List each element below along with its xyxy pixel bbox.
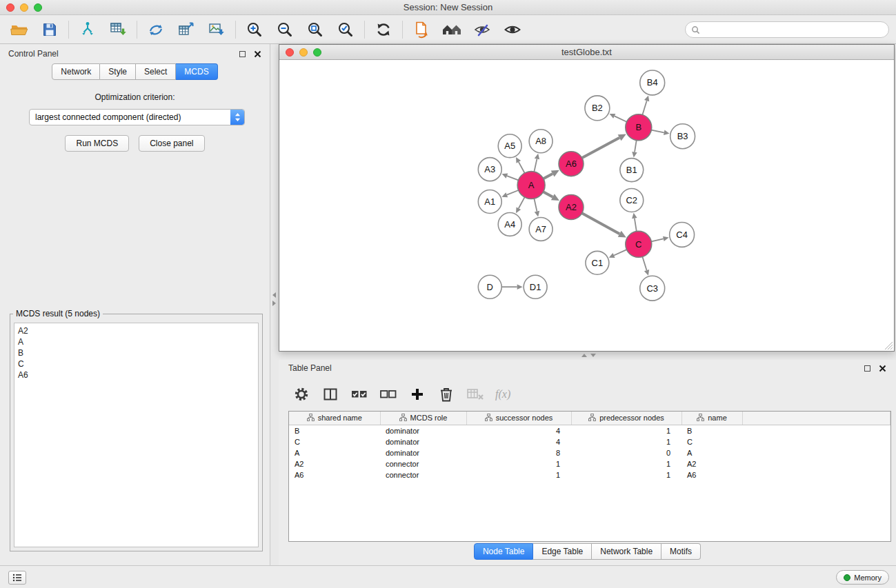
criterion-dropdown[interactable]: largest connected component (directed) bbox=[29, 109, 245, 125]
graph-edge-B-B2[interactable] bbox=[615, 116, 627, 121]
network-canvas[interactable]: B4B2BB3A8A5A6A3B1AC2A1A2A4A7C4CC1DD1C3 bbox=[279, 61, 894, 351]
checked-boxes-icon bbox=[350, 387, 368, 402]
graph-node-label: B4 bbox=[647, 77, 658, 88]
open-document-button[interactable] bbox=[406, 17, 437, 42]
close-window-button[interactable] bbox=[6, 3, 14, 12]
column-header-name[interactable]: name bbox=[681, 412, 742, 425]
column-header-successor-nodes[interactable]: successor nodes bbox=[466, 412, 571, 425]
graph-edge-A-A6[interactable] bbox=[544, 174, 552, 179]
graph-edge-A-A7[interactable] bbox=[534, 199, 537, 212]
table-settings-button[interactable] bbox=[290, 383, 313, 406]
function-builder-button[interactable]: f(x) bbox=[495, 388, 510, 401]
zoom-window-button[interactable] bbox=[34, 3, 42, 12]
network-window-titlebar[interactable]: testGlobe.txt bbox=[279, 45, 894, 60]
add-row-button[interactable] bbox=[406, 383, 429, 406]
graph-edge-B-B3[interactable] bbox=[651, 130, 664, 133]
tab-network[interactable]: Network bbox=[52, 63, 100, 80]
table-row[interactable]: A6connector11A6 bbox=[289, 469, 890, 480]
toolbar-separator bbox=[364, 21, 365, 39]
zoom-in-button[interactable] bbox=[239, 17, 270, 42]
zoom-selected-button[interactable] bbox=[330, 17, 361, 42]
status-bar: Memory bbox=[0, 565, 896, 588]
graph-edge-A-A1[interactable] bbox=[507, 190, 519, 195]
graph-edge-B-B4[interactable] bbox=[642, 101, 646, 115]
float-panel-icon[interactable] bbox=[239, 51, 246, 57]
zoom-fit-button[interactable] bbox=[300, 17, 330, 42]
mcds-result-item[interactable]: C bbox=[18, 358, 255, 369]
network-minimize-button[interactable] bbox=[299, 48, 308, 57]
tab-select[interactable]: Select bbox=[136, 63, 176, 80]
graph-edge-A-A5[interactable] bbox=[519, 162, 525, 173]
graph-edge-B-B1[interactable] bbox=[635, 140, 637, 152]
deselect-all-button[interactable] bbox=[377, 383, 400, 406]
column-tree-icon bbox=[588, 414, 596, 423]
graph-edge-A-A8[interactable] bbox=[534, 159, 537, 172]
export-image-button[interactable] bbox=[201, 17, 232, 42]
horizontal-splitter-handle[interactable] bbox=[581, 354, 596, 357]
memory-button[interactable]: Memory bbox=[836, 570, 889, 585]
criterion-selected-value: largest connected component (directed) bbox=[30, 112, 230, 122]
zoom-fit-icon bbox=[306, 21, 324, 39]
graph-edge-A6-B[interactable] bbox=[582, 138, 619, 158]
zoom-out-button[interactable] bbox=[270, 17, 300, 42]
graph-edge-A-A3[interactable] bbox=[507, 176, 519, 180]
mcds-result-item[interactable]: A bbox=[18, 336, 255, 347]
import-network-button[interactable] bbox=[72, 17, 103, 42]
select-all-button[interactable] bbox=[348, 383, 371, 406]
validate-view-button[interactable] bbox=[467, 17, 497, 42]
graph-edge-arrowhead bbox=[535, 154, 539, 160]
table-row[interactable]: A2connector11A2 bbox=[289, 458, 890, 469]
graph-edge-A2-C[interactable] bbox=[582, 213, 620, 234]
close-panel-icon[interactable] bbox=[254, 50, 261, 58]
home-view-button[interactable] bbox=[437, 17, 467, 42]
graph-edge-C-C3[interactable] bbox=[642, 256, 646, 270]
table-row[interactable]: Cdominator41C bbox=[289, 436, 890, 447]
mcds-result-item[interactable]: A6 bbox=[18, 369, 255, 381]
export-network-button[interactable] bbox=[141, 17, 171, 42]
open-session-button[interactable] bbox=[4, 17, 34, 42]
resize-grip-icon[interactable] bbox=[884, 341, 893, 350]
graph-edge-A-A4[interactable] bbox=[519, 197, 525, 208]
run-mcds-button[interactable]: Run MCDS bbox=[65, 135, 129, 152]
mcds-result-list[interactable]: A2ABCA6 bbox=[14, 323, 259, 547]
export-network-icon bbox=[147, 21, 165, 39]
tab-edge-table[interactable]: Edge Table bbox=[533, 543, 592, 560]
column-header-shared-name[interactable]: shared name bbox=[289, 412, 380, 425]
graph-edge-arrowhead bbox=[632, 213, 637, 219]
task-history-button[interactable] bbox=[8, 571, 26, 585]
minimize-window-button[interactable] bbox=[20, 3, 28, 12]
delete-rows-button[interactable] bbox=[435, 383, 458, 406]
vertical-splitter-handle[interactable] bbox=[272, 292, 278, 306]
float-table-panel-icon[interactable] bbox=[864, 365, 870, 372]
delete-table-button[interactable] bbox=[464, 383, 487, 406]
tab-style[interactable]: Style bbox=[100, 63, 136, 80]
network-zoom-button[interactable] bbox=[313, 48, 321, 57]
mcds-result-item[interactable]: A2 bbox=[18, 325, 255, 336]
mcds-result-item[interactable]: B bbox=[18, 347, 255, 358]
graph-edge-A-A2[interactable] bbox=[544, 192, 553, 197]
search-input[interactable] bbox=[704, 25, 883, 34]
tab-network-table[interactable]: Network Table bbox=[592, 543, 661, 560]
tab-node-table[interactable]: Node Table bbox=[474, 543, 534, 560]
refresh-view-button[interactable] bbox=[368, 17, 399, 42]
graph-edge-C-C4[interactable] bbox=[651, 239, 664, 241]
import-table-button[interactable] bbox=[103, 17, 133, 42]
table-row[interactable]: Bdominator41B bbox=[289, 425, 890, 436]
column-header-mcds-role[interactable]: MCDS role bbox=[380, 412, 466, 425]
column-header-predecessor-nodes[interactable]: predecessor nodes bbox=[571, 412, 681, 425]
close-table-panel-icon[interactable] bbox=[879, 365, 886, 372]
search-field[interactable] bbox=[685, 21, 889, 38]
save-session-button[interactable] bbox=[34, 17, 65, 42]
plus-icon bbox=[410, 387, 425, 402]
tab-mcds[interactable]: MCDS bbox=[176, 63, 217, 80]
tab-motifs[interactable]: Motifs bbox=[661, 543, 701, 560]
graph-edge-C-C2[interactable] bbox=[635, 219, 637, 232]
show-columns-button[interactable] bbox=[319, 383, 342, 406]
table-row[interactable]: Adominator80A bbox=[289, 447, 890, 458]
close-panel-button[interactable]: Close panel bbox=[139, 135, 204, 152]
network-close-button[interactable] bbox=[286, 48, 294, 57]
zoom-in-icon bbox=[246, 21, 263, 39]
export-table-button[interactable] bbox=[171, 17, 201, 42]
graph-edge-C-C1[interactable] bbox=[614, 250, 626, 255]
show-graphics-button[interactable] bbox=[497, 17, 528, 42]
